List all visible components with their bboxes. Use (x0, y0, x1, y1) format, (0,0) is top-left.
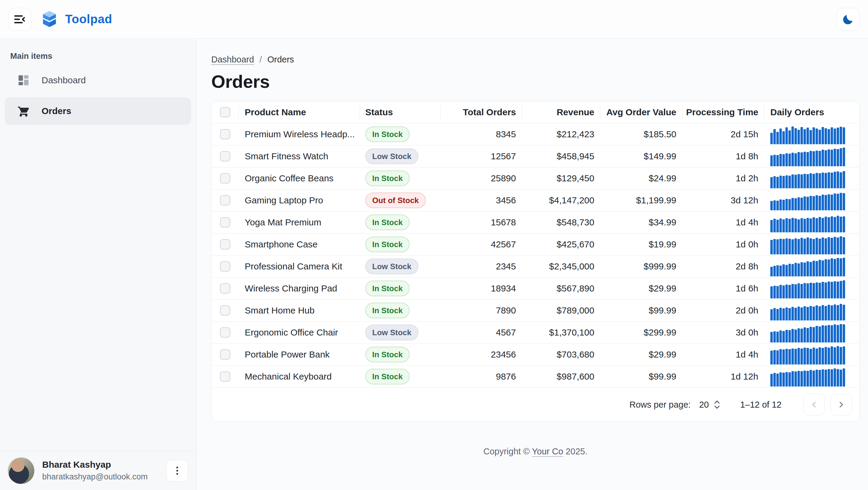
cell-avg-order-value: $1,199.99 (600, 190, 682, 211)
cell-status: Out of Stock (359, 190, 441, 211)
cell-total-orders: 42567 (441, 234, 522, 255)
cell-revenue: $703,680 (522, 344, 600, 365)
cell-processing-time: 1d 2h (682, 168, 764, 189)
dashboard-icon (17, 74, 30, 87)
theme-toggle-button[interactable] (837, 8, 860, 31)
cell-daily-orders (764, 322, 857, 343)
chevron-right-icon (836, 400, 846, 410)
next-page-button[interactable] (830, 394, 852, 415)
column-header-total-orders[interactable]: Total Orders (441, 102, 522, 123)
row-checkbox[interactable] (220, 151, 230, 162)
cell-product-name: Smart Fitness Watch (239, 145, 359, 167)
avatar[interactable] (8, 457, 34, 484)
table-row[interactable]: Smart Home HubIn Stock7890$789,000$99.99… (212, 299, 859, 322)
row-checkbox[interactable] (220, 305, 230, 316)
row-checkbox[interactable] (220, 327, 230, 338)
rows-per-page-select[interactable]: 20 (699, 400, 721, 410)
cell-revenue: $4,147,200 (522, 190, 600, 211)
company-link[interactable]: Your Co (532, 446, 563, 456)
brand[interactable]: Toolpad (41, 10, 112, 28)
cell-avg-order-value: $299.99 (600, 322, 682, 343)
row-checkbox[interactable] (220, 349, 230, 359)
sidebar-section-label: Main items (0, 39, 196, 66)
user-email: bharatkashyap@outlook.com (42, 472, 158, 482)
row-checkbox[interactable] (220, 129, 230, 139)
cell-revenue: $458,945 (522, 145, 600, 167)
status-badge: Low Stock (365, 259, 418, 274)
select-all-cell (212, 102, 239, 123)
table-row[interactable]: Professional Camera KitLow Stock2345$2,3… (212, 256, 859, 278)
breadcrumb-dashboard-link[interactable]: Dashboard (211, 55, 254, 64)
table-row[interactable]: Ergonomic Office ChairLow Stock4567$1,37… (212, 322, 859, 344)
cell-avg-order-value: $99.99 (600, 299, 682, 321)
row-checkbox[interactable] (220, 283, 230, 294)
row-checkbox[interactable] (220, 173, 230, 183)
status-badge: In Stock (365, 302, 410, 318)
cell-status: Low Stock (359, 145, 441, 167)
cell-revenue: $987,600 (522, 366, 600, 387)
brand-title: Toolpad (65, 12, 112, 26)
column-header-status[interactable]: Status (359, 102, 441, 123)
cell-status: In Stock (359, 234, 441, 255)
row-checkbox[interactable] (220, 217, 230, 228)
breadcrumb-current: Orders (267, 55, 294, 64)
breadcrumb: Dashboard / Orders (211, 55, 860, 64)
status-badge: In Stock (365, 126, 410, 142)
toolpad-logo-icon (41, 10, 57, 28)
row-checkbox[interactable] (220, 261, 230, 271)
table-row[interactable]: Mechanical KeyboardIn Stock9876$987,600$… (212, 366, 859, 388)
cell-revenue: $548,730 (522, 211, 600, 233)
cell-status: In Stock (359, 299, 441, 321)
sidebar-item-orders[interactable]: Orders (5, 97, 191, 125)
cell-total-orders: 7890 (441, 299, 522, 321)
column-header-daily-orders[interactable]: Daily Orders (764, 102, 857, 123)
collapse-sidebar-button[interactable] (8, 8, 31, 31)
main-content: Dashboard / Orders Orders Product NameSt… (196, 39, 868, 490)
cell-total-orders: 25890 (441, 168, 522, 189)
cell-processing-time: 2d 8h (682, 256, 764, 277)
cell-product-name: Ergonomic Office Chair (239, 322, 359, 343)
cell-processing-time: 2d 0h (682, 299, 764, 321)
cell-daily-orders (764, 278, 857, 299)
table-row[interactable]: Gaming Laptop ProOut of Stock3456$4,147,… (212, 190, 859, 211)
cell-revenue: $2,345,000 (522, 256, 600, 277)
row-checkbox[interactable] (220, 195, 230, 205)
status-badge: Out of Stock (365, 193, 426, 208)
column-header-product-name[interactable]: Product Name (239, 102, 359, 123)
table-row[interactable]: Smartphone CaseIn Stock42567$425,670$19.… (212, 234, 859, 256)
cell-product-name: Premium Wireless Headp... (239, 123, 359, 145)
table-row[interactable]: Premium Wireless Headp...In Stock8345$21… (212, 123, 859, 145)
daily-orders-sparkline (770, 302, 845, 320)
table-row[interactable]: Wireless Charging PadIn Stock18934$567,8… (212, 278, 859, 299)
row-checkbox[interactable] (220, 371, 230, 382)
cell-avg-order-value: $149.99 (600, 145, 682, 167)
cell-total-orders: 23456 (441, 344, 522, 365)
table-row[interactable]: Yoga Mat PremiumIn Stock15678$548,730$34… (212, 211, 859, 234)
cell-revenue: $567,890 (522, 278, 600, 299)
table-row[interactable]: Portable Power BankIn Stock23456$703,680… (212, 344, 859, 366)
column-header-processing-time[interactable]: Processing Time (682, 102, 764, 123)
cell-processing-time: 1d 8h (682, 145, 764, 167)
select-all-checkbox[interactable] (220, 107, 230, 117)
cell-processing-time: 1d 4h (682, 211, 764, 233)
previous-page-button[interactable] (803, 394, 825, 415)
sidebar-item-dashboard[interactable]: Dashboard (5, 66, 191, 94)
chevron-left-icon (809, 400, 819, 410)
column-header-revenue[interactable]: Revenue (522, 102, 600, 123)
table-row[interactable]: Organic Coffee BeansIn Stock25890$129,45… (212, 168, 859, 190)
cell-product-name: Professional Camera Kit (239, 256, 359, 277)
table-row[interactable]: Smart Fitness WatchLow Stock12567$458,94… (212, 145, 859, 168)
user-menu-button[interactable] (166, 460, 188, 482)
cell-total-orders: 15678 (441, 211, 522, 233)
cell-daily-orders (764, 145, 857, 167)
cell-status: Low Stock (359, 256, 441, 277)
row-checkbox[interactable] (220, 239, 230, 250)
daily-orders-sparkline (770, 324, 845, 342)
select-arrows-icon (713, 400, 721, 410)
kebab-menu-icon (172, 465, 183, 476)
cell-total-orders: 12567 (441, 145, 522, 167)
cell-avg-order-value: $29.99 (600, 344, 682, 365)
daily-orders-sparkline (770, 125, 845, 144)
daily-orders-sparkline (770, 148, 845, 166)
column-header-avg-order-value[interactable]: Avg Order Value (600, 102, 682, 123)
